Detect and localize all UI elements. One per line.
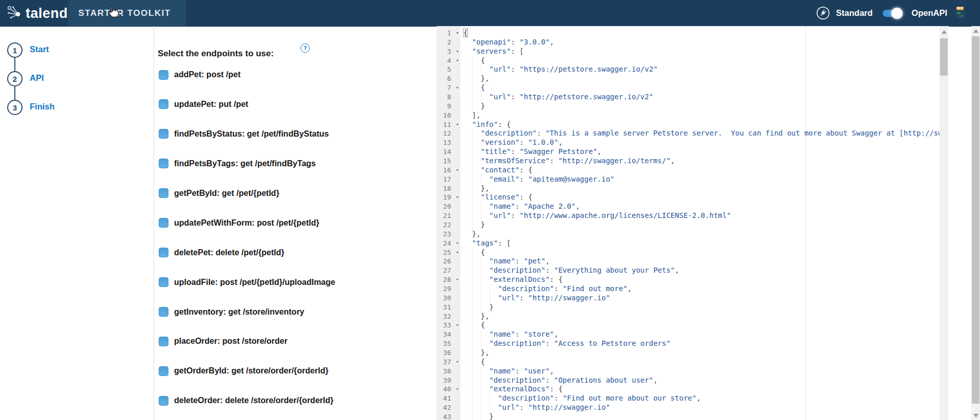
panel-divider: [154, 26, 154, 420]
indent-guide: [472, 220, 473, 230]
indent-guide: [481, 403, 481, 412]
endpoint-label: updatePetWithForm: post /pet/{petId}: [174, 218, 319, 228]
openapi-code-editor[interactable]: 1▾23▾4▾567▾891011▾1213141516▾171819▾2021…: [437, 26, 949, 420]
code-line: },: [463, 230, 481, 239]
page-scrollbar-down-icon[interactable]: [971, 411, 980, 420]
indent-guide: [472, 138, 473, 147]
endpoint-row[interactable]: addPet: post /pet: [159, 70, 241, 80]
indent-guide: [472, 339, 473, 348]
app-title: STARTER TOOLKIT: [78, 8, 171, 18]
talend-logo-text: talend: [26, 6, 68, 21]
indent-guide: [472, 330, 473, 339]
endpoint-checkbox-checked[interactable]: [159, 218, 168, 228]
standard-label: Standard: [836, 8, 873, 18]
indent-guide: [481, 385, 481, 394]
indent-guide: [481, 303, 481, 312]
indent-guide: [472, 312, 473, 321]
indent-guide: [481, 339, 481, 348]
indent-guide: [472, 211, 473, 220]
indent-guide: [472, 65, 473, 74]
endpoint-checkbox-checked[interactable]: [159, 70, 168, 80]
endpoint-checkbox-checked[interactable]: [159, 188, 168, 198]
endpoint-checkbox-checked[interactable]: [159, 337, 168, 346]
page-title: Select the endpoints to use:: [158, 49, 274, 59]
endpoint-row[interactable]: placeOrder: post /store/order: [159, 336, 287, 346]
indent-guide: [472, 376, 473, 385]
endpoint-row[interactable]: findPetsByStatus: get /pet/findByStatus: [159, 129, 329, 139]
endpoint-row[interactable]: getInventory: get /store/inventory: [159, 307, 304, 317]
indent-guide: [472, 412, 473, 420]
code-line: {: [463, 248, 485, 257]
indent-guide: [489, 394, 490, 403]
code-line: "name": "store",: [463, 330, 558, 339]
editor-scrollbar[interactable]: [940, 26, 948, 420]
indent-guide: [481, 412, 481, 420]
code-line: "externalDocs": {: [463, 385, 563, 394]
code-line: "email": "apiteam@swagger.io": [463, 175, 614, 184]
endpoint-checkbox-checked[interactable]: [159, 248, 168, 257]
endpoint-row[interactable]: deletePet: delete /pet/{petId}: [159, 248, 284, 258]
endpoint-checkbox-checked[interactable]: [159, 159, 168, 168]
editor-scrollbar-thumb[interactable]: [940, 38, 948, 76]
indent-guide: [472, 147, 473, 157]
endpoint-row[interactable]: updatePetWithForm: post /pet/{petId}: [159, 218, 319, 228]
code-line: {: [463, 83, 485, 93]
page-scrollbar[interactable]: [971, 26, 980, 420]
endpoint-checkbox-checked[interactable]: [159, 99, 168, 109]
step-label-start[interactable]: Start: [30, 45, 49, 54]
endpoint-label: placeOrder: post /store/order: [174, 337, 287, 346]
endpoint-row[interactable]: findPetsByTags: get /pet/findByTags: [159, 159, 316, 169]
indent-guide: [472, 129, 473, 138]
code-line: }: [463, 303, 494, 312]
code-line: ],: [463, 111, 481, 120]
endpoint-checkbox-checked[interactable]: [159, 129, 168, 139]
indent-guide: [481, 266, 481, 275]
stepper-connector-line: [14, 58, 15, 71]
step-label-api[interactable]: API: [30, 73, 44, 83]
page-scrollbar-up-icon[interactable]: [971, 27, 980, 35]
code-line: "url": "https://petstore.swagger.io/v2": [463, 65, 657, 74]
endpoint-row[interactable]: updatePet: put /pet: [159, 99, 248, 109]
indent-guide: [481, 330, 481, 339]
indent-guide: [489, 403, 490, 412]
editor-scrollbar-up-icon[interactable]: [940, 28, 948, 36]
talend-logo-icon: [6, 5, 24, 22]
code-line: "info": {: [463, 120, 511, 129]
code-line: "description": "Access to Petstore order…: [463, 339, 671, 348]
page-scrollbar-thumb[interactable]: [972, 36, 979, 404]
code-content[interactable]: { "openapi": "3.0.0", "servers": [ { "ur…: [437, 26, 940, 420]
indent-guide: [472, 394, 473, 403]
endpoint-label: deleteOrder: delete /store/order/{orderI…: [174, 396, 333, 405]
endpoint-row[interactable]: getPetById: get /pet/{petId}: [159, 188, 279, 198]
indent-guide: [472, 348, 473, 358]
endpoint-label: deletePet: delete /pet/{petId}: [174, 248, 284, 257]
endpoint-row[interactable]: getOrderById: get /store/order/{orderId}: [159, 366, 328, 376]
indent-guide: [472, 56, 473, 65]
indent-guide: [472, 83, 473, 93]
code-line: "url": "http://swagger.io": [463, 294, 610, 303]
endpoint-checkbox-checked[interactable]: [159, 366, 168, 376]
code-line: }: [463, 412, 494, 420]
code-line: "url": "http://swagger.io": [463, 403, 610, 412]
endpoint-label: addPet: post /pet: [174, 70, 241, 79]
indent-guide: [472, 93, 473, 102]
endpoint-row[interactable]: uploadFile: post /pet/{petId}/uploadImag…: [159, 277, 335, 288]
endpoint-checkbox-checked[interactable]: [159, 277, 168, 287]
endpoint-checkbox-checked[interactable]: [159, 307, 168, 317]
step-circle-start[interactable]: 1: [7, 42, 23, 58]
indent-guide: [472, 303, 473, 312]
endpoint-label: findPetsByTags: get /pet/findByTags: [174, 159, 316, 168]
indent-guide: [481, 376, 481, 385]
step-label-finish[interactable]: Finish: [30, 102, 55, 112]
endpoint-checkbox-checked[interactable]: [159, 396, 168, 406]
step-circle-finish[interactable]: 3: [7, 100, 23, 115]
format-toggle[interactable]: [883, 10, 901, 17]
indent-guide: [481, 93, 481, 102]
code-line: }: [463, 102, 485, 111]
step-circle-api[interactable]: 2: [7, 71, 23, 86]
indent-guide: [472, 403, 473, 412]
endpoint-row[interactable]: deleteOrder: delete /store/order/{orderI…: [159, 395, 333, 406]
toggle-knob[interactable]: [891, 8, 903, 19]
help-icon[interactable]: ?: [301, 43, 310, 53]
indent-guide: [472, 385, 473, 394]
